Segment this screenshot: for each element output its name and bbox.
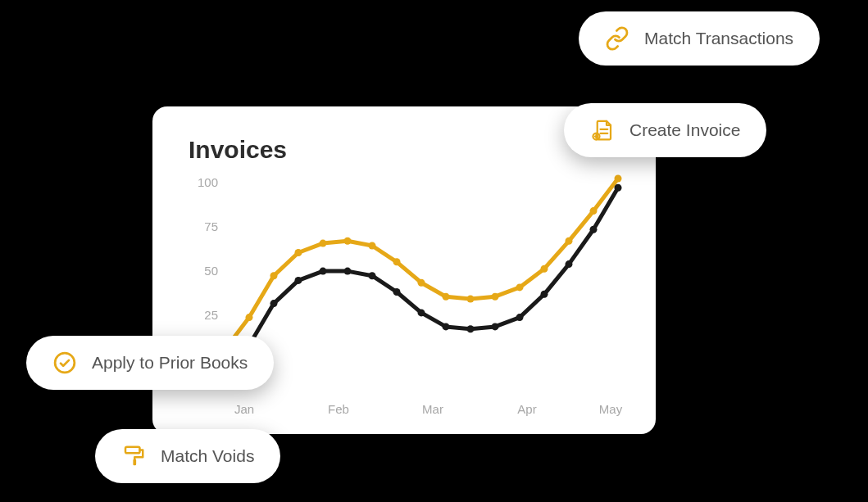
y-tick-75: 75: [185, 219, 218, 233]
paint-roller-icon: [121, 444, 146, 468]
x-tick-jan: Jan: [234, 402, 254, 416]
pill-label: Match Voids: [161, 446, 254, 466]
svg-point-4: [320, 240, 327, 247]
card-title: Invoices: [189, 136, 620, 164]
svg-point-5: [344, 237, 352, 245]
svg-point-25: [418, 309, 425, 316]
svg-point-30: [541, 291, 548, 298]
svg-point-29: [516, 314, 524, 321]
svg-point-12: [516, 283, 524, 291]
svg-point-14: [566, 237, 573, 245]
svg-point-9: [443, 293, 450, 301]
svg-point-22: [344, 268, 352, 275]
x-tick-mar: Mar: [422, 402, 443, 416]
svg-point-10: [467, 296, 475, 303]
x-tick-feb: Feb: [328, 402, 349, 416]
svg-point-11: [492, 293, 499, 301]
svg-point-32: [590, 226, 598, 233]
y-tick-25: 25: [185, 308, 218, 322]
x-tick-apr: Apr: [517, 402, 536, 416]
pill-label: Create Invoice: [629, 120, 740, 140]
svg-point-3: [295, 249, 302, 256]
svg-point-21: [320, 268, 327, 275]
svg-point-1: [246, 314, 253, 321]
svg-point-31: [566, 260, 573, 268]
svg-point-24: [393, 288, 401, 296]
svg-point-27: [467, 325, 475, 332]
svg-rect-38: [125, 447, 140, 454]
match-voids-button[interactable]: Match Voids: [95, 429, 280, 483]
line-chart: [225, 175, 618, 388]
svg-point-33: [615, 184, 622, 192]
svg-point-6: [369, 242, 376, 250]
svg-point-26: [443, 323, 450, 330]
svg-point-19: [270, 300, 278, 307]
pill-label: Match Transactions: [644, 29, 793, 48]
svg-point-7: [393, 258, 401, 265]
svg-point-8: [418, 279, 425, 287]
invoice-icon: [590, 118, 615, 142]
svg-point-13: [541, 265, 548, 273]
svg-point-28: [492, 323, 499, 330]
svg-rect-39: [133, 459, 136, 466]
svg-point-2: [270, 272, 278, 279]
x-tick-may: May: [599, 402, 622, 416]
check-circle-icon: [52, 350, 77, 375]
svg-point-23: [369, 272, 376, 279]
svg-point-20: [295, 277, 302, 284]
svg-point-15: [590, 207, 598, 215]
y-tick-100: 100: [185, 175, 218, 189]
match-transactions-button[interactable]: Match Transactions: [579, 11, 820, 66]
y-tick-50: 50: [185, 264, 218, 278]
svg-point-16: [615, 175, 622, 183]
link-icon: [605, 26, 629, 51]
pill-label: Apply to Prior Books: [92, 353, 248, 373]
apply-prior-books-button[interactable]: Apply to Prior Books: [26, 336, 274, 390]
create-invoice-button[interactable]: Create Invoice: [564, 103, 766, 157]
